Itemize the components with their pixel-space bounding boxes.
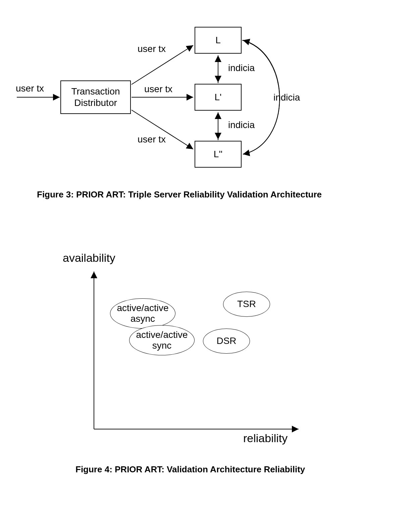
- svg-line-1: [132, 45, 193, 84]
- dsr-text: DSR: [216, 336, 236, 346]
- svg-line-3: [132, 110, 193, 149]
- fig3-caption: Figure 3: PRIOR ART: Triple Server Relia…: [37, 189, 322, 200]
- ellipse-tsr: TSR: [223, 292, 270, 317]
- fig3-arrows: [0, 0, 416, 201]
- aa-sync-line2: sync: [152, 340, 172, 351]
- tsr-text: TSR: [237, 299, 256, 309]
- ellipse-dsr: DSR: [203, 329, 250, 354]
- aa-sync-line1: active/active: [136, 330, 188, 340]
- fig4-axes: [0, 235, 416, 469]
- aa-async-line2: async: [131, 313, 155, 324]
- ellipse-active-active-async: active/active async: [110, 298, 175, 329]
- ellipse-active-active-sync: active/active sync: [129, 325, 195, 355]
- aa-async-line1: active/active: [117, 303, 168, 313]
- fig4-caption: Figure 4: PRIOR ART: Validation Architec…: [75, 464, 305, 475]
